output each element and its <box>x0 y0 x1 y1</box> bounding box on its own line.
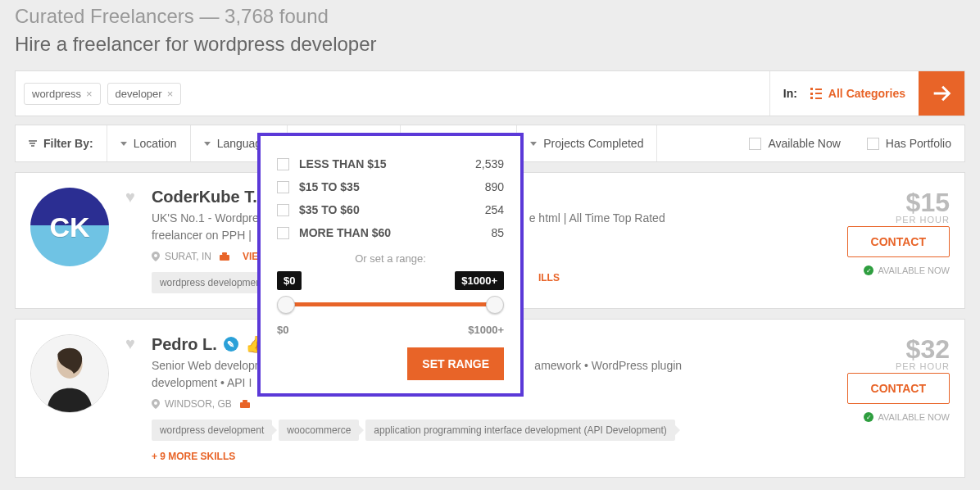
per-hour-rate-dropdown: LESS THAN $152,539 $15 TO $35890 $35 TO … <box>257 133 524 397</box>
favorite-icon[interactable]: ♥ <box>125 188 135 206</box>
list-icon <box>810 88 822 99</box>
avatar[interactable] <box>30 334 109 413</box>
checkbox-icon[interactable] <box>867 138 879 150</box>
chevron-down-icon <box>120 142 127 146</box>
range-label: Or set a range: <box>277 252 504 265</box>
favorite-icon[interactable]: ♥ <box>125 334 135 353</box>
search-tags[interactable]: wordpress× developer× <box>16 71 769 116</box>
slider-handle-min[interactable] <box>277 296 295 314</box>
skill-tag[interactable]: wordpress development <box>152 420 272 441</box>
freelancer-location: WINDSOR, GB <box>152 398 737 410</box>
pin-icon <box>152 399 160 409</box>
page-subtitle: Hire a freelancer for wordpress develope… <box>15 28 965 70</box>
search-tag[interactable]: wordpress× <box>24 83 101 105</box>
scale-max: $1000+ <box>468 324 504 336</box>
slider-handle-max[interactable] <box>486 296 504 314</box>
svg-rect-5 <box>243 400 247 402</box>
verified-badge-icon: ✎ <box>224 337 238 352</box>
rate-option[interactable]: $35 TO $60254 <box>277 198 504 221</box>
svg-rect-4 <box>240 402 250 408</box>
svg-rect-0 <box>220 255 229 261</box>
avatar[interactable]: CK <box>30 188 109 266</box>
chevron-down-icon <box>530 142 537 146</box>
category-selector: In: All Categories <box>769 71 919 116</box>
more-skills-link[interactable]: ILLS <box>538 272 560 293</box>
filter-projects-completed[interactable]: Projects Completed <box>517 125 657 161</box>
hourly-rate: $15 <box>906 188 950 218</box>
set-range-button[interactable]: SET RANGE <box>407 347 504 380</box>
pin-icon <box>152 252 160 261</box>
checkbox-icon[interactable] <box>277 158 289 170</box>
rate-option[interactable]: MORE THAN $6085 <box>277 221 504 244</box>
search-submit-button[interactable] <box>919 71 964 116</box>
remove-tag-icon[interactable]: × <box>167 88 174 100</box>
skill-tag[interactable]: woocommerce <box>279 420 359 441</box>
briefcase-icon <box>220 252 229 261</box>
page-title: Curated Freelancers — 3,768 found <box>15 0 965 28</box>
all-categories-link[interactable]: All Categories <box>810 87 905 100</box>
filter-by-label: Filter By: <box>16 125 107 161</box>
toggle-available-now[interactable]: Available Now <box>736 125 853 161</box>
skill-tag[interactable]: application programming interface develo… <box>365 420 675 441</box>
slider-min-bubble: $0 <box>277 271 302 290</box>
chevron-down-icon <box>204 142 211 146</box>
rate-option[interactable]: LESS THAN $152,539 <box>277 152 504 175</box>
availability-badge: ✓AVAILABLE NOW <box>864 412 950 422</box>
check-icon: ✓ <box>864 265 873 275</box>
toggle-has-portfolio[interactable]: Has Portfolio <box>854 125 964 161</box>
rate-option[interactable]: $15 TO $35890 <box>277 175 504 198</box>
arrow-right-icon <box>930 82 953 105</box>
scale-min: $0 <box>277 324 288 336</box>
price-range-slider[interactable]: $0 $1000+ <box>277 271 504 320</box>
search-tag[interactable]: developer× <box>107 83 182 105</box>
funnel-icon <box>29 140 37 147</box>
checkbox-icon[interactable] <box>749 138 761 150</box>
contact-button[interactable]: CONTACT <box>847 226 950 257</box>
skills-row: wordpress development woocommerce applic… <box>152 420 737 441</box>
in-label: In: <box>783 87 797 100</box>
more-skills-link[interactable]: + 9 MORE SKILLS <box>152 451 737 462</box>
skill-tag[interactable]: wordpress developmen <box>152 272 270 293</box>
slider-track <box>284 302 497 306</box>
check-icon: ✓ <box>864 412 873 422</box>
filter-location[interactable]: Location <box>107 125 191 161</box>
view-link[interactable]: VIE <box>243 251 258 262</box>
checkbox-icon[interactable] <box>277 204 289 216</box>
svg-rect-1 <box>222 252 227 255</box>
availability-badge: ✓AVAILABLE NOW <box>864 265 950 275</box>
checkbox-icon[interactable] <box>277 227 289 239</box>
briefcase-icon <box>240 400 250 408</box>
contact-button[interactable]: CONTACT <box>847 373 950 404</box>
slider-max-bubble: $1000+ <box>455 271 504 290</box>
rate-unit: PER HOUR <box>896 361 950 371</box>
search-bar: wordpress× developer× In: All Categories <box>15 70 965 116</box>
hourly-rate: $32 <box>906 334 950 365</box>
avatar-photo <box>31 334 108 413</box>
remove-tag-icon[interactable]: × <box>86 88 93 100</box>
rate-unit: PER HOUR <box>896 215 950 225</box>
checkbox-icon[interactable] <box>277 181 289 193</box>
